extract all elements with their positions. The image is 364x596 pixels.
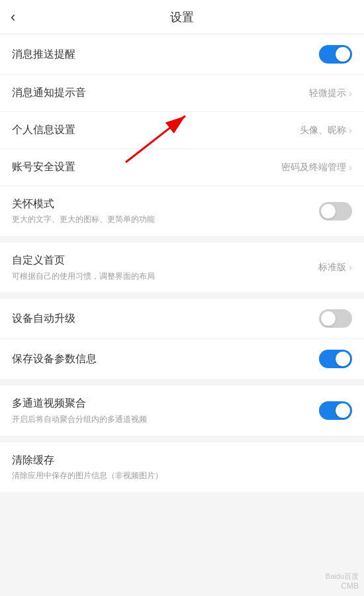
item-value-personal-info: 头像、昵称 bbox=[300, 124, 346, 136]
toggle-multi-channel[interactable] bbox=[319, 401, 352, 420]
item-title-auto-upgrade: 设备自动升级 bbox=[12, 311, 311, 326]
watermark: Baidu百度 CMB bbox=[326, 571, 359, 591]
toggle-knob-care-mode bbox=[321, 204, 336, 219]
toggle-knob-msg-push bbox=[336, 47, 350, 62]
item-subtitle-multi-channel: 开启后将自动聚合分组内的多通道视频 bbox=[12, 414, 311, 425]
section-2: 自定义首页 可根据自己的使用习惯，调整界面的布局 标准版 › bbox=[0, 242, 364, 292]
settings-item-save-params[interactable]: 保存设备参数信息 bbox=[0, 339, 364, 379]
item-title-personal-info: 个人信息设置 bbox=[12, 123, 292, 137]
section-3: 设备自动升级 保存设备参数信息 bbox=[0, 299, 364, 379]
baidu-label: Baidu百度 bbox=[326, 571, 359, 581]
settings-content: 消息推送提醒 消息通知提示音 轻微提示 › 个人信息设置 bbox=[0, 34, 364, 596]
toggle-knob-multi-channel bbox=[336, 403, 350, 418]
item-title-msg-push: 消息推送提醒 bbox=[12, 47, 311, 62]
item-value-msg-sound: 轻微提示 bbox=[309, 87, 346, 99]
item-subtitle-care-mode: 更大的文字、更大的图标、更简单的功能 bbox=[12, 214, 311, 225]
toggle-knob-auto-upgrade bbox=[321, 311, 336, 326]
settings-item-clear-cache[interactable]: 清除缓存 清除应用中保存的图片信息（非视频图片） bbox=[0, 442, 364, 492]
baidu-watermark: Baidu百度 CMB bbox=[326, 571, 359, 591]
chevron-msg-sound: › bbox=[349, 87, 352, 99]
settings-item-auto-upgrade[interactable]: 设备自动升级 bbox=[0, 299, 364, 339]
section-4: 多通道视频聚合 开启后将自动聚合分组内的多通道视频 bbox=[0, 385, 364, 435]
item-title-clear-cache: 清除缓存 bbox=[12, 453, 352, 468]
item-title-msg-sound: 消息通知提示音 bbox=[12, 85, 301, 100]
item-title-account-security: 账号安全设置 bbox=[12, 160, 273, 174]
chevron-personal-info: › bbox=[349, 124, 352, 136]
settings-item-account-security[interactable]: 账号安全设置 密码及终端管理 › bbox=[0, 149, 364, 186]
settings-item-personal-info[interactable]: 个人信息设置 头像、昵称 › bbox=[0, 112, 364, 149]
item-subtitle-clear-cache: 清除应用中保存的图片信息（非视频图片） bbox=[12, 470, 352, 481]
item-subtitle-customize-home: 可根据自己的使用习惯，调整界面的布局 bbox=[12, 271, 310, 282]
header: ‹ 设置 bbox=[0, 0, 364, 34]
item-title-save-params: 保存设备参数信息 bbox=[12, 352, 311, 366]
section-1: 消息推送提醒 消息通知提示音 轻微提示 › 个人信息设置 bbox=[0, 34, 364, 236]
toggle-save-params[interactable] bbox=[319, 350, 352, 368]
settings-item-care-mode[interactable]: 关怀模式 更大的文字、更大的图标、更简单的功能 bbox=[0, 186, 364, 236]
chevron-account-security: › bbox=[349, 162, 352, 174]
settings-item-msg-sound[interactable]: 消息通知提示音 轻微提示 › bbox=[0, 75, 364, 112]
chevron-customize-home: › bbox=[349, 262, 352, 273]
item-title-customize-home: 自定义首页 bbox=[12, 253, 310, 268]
toggle-auto-upgrade[interactable] bbox=[319, 309, 352, 328]
item-title-multi-channel: 多通道视频聚合 bbox=[12, 396, 311, 411]
settings-item-multi-channel[interactable]: 多通道视频聚合 开启后将自动聚合分组内的多通道视频 bbox=[0, 385, 364, 435]
item-title-care-mode: 关怀模式 bbox=[12, 197, 311, 211]
page-title: 设置 bbox=[170, 9, 194, 25]
settings-item-customize-home[interactable]: 自定义首页 可根据自己的使用习惯，调整界面的布局 标准版 › bbox=[0, 242, 364, 292]
toggle-knob-save-params bbox=[336, 352, 350, 366]
section-5: 清除缓存 清除应用中保存的图片信息（非视频图片） bbox=[0, 442, 364, 492]
settings-item-msg-push[interactable]: 消息推送提醒 bbox=[0, 34, 364, 75]
toggle-msg-push[interactable] bbox=[319, 45, 352, 64]
toggle-care-mode[interactable] bbox=[319, 202, 352, 221]
item-value-account-security: 密码及终端管理 bbox=[281, 162, 346, 174]
cme-label: CMB bbox=[341, 581, 359, 591]
back-button[interactable]: ‹ bbox=[11, 9, 15, 26]
item-value-customize-home: 标准版 bbox=[318, 262, 346, 273]
